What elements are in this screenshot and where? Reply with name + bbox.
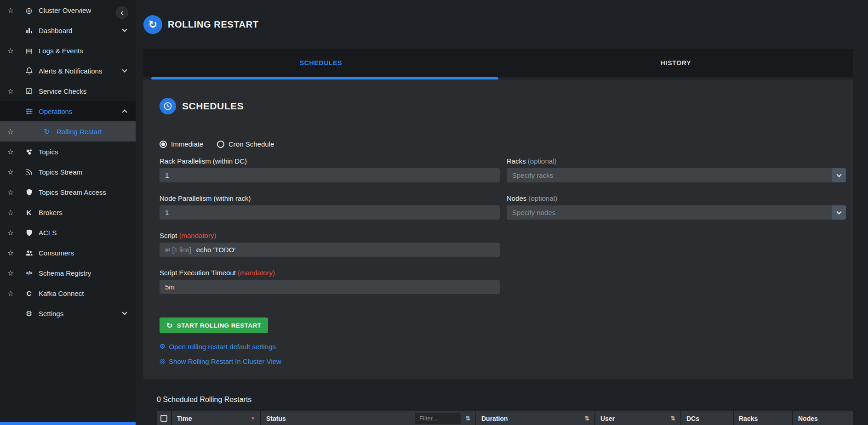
star-icon[interactable]: ☆ — [5, 127, 17, 136]
node-parallelism-input[interactable] — [160, 205, 500, 220]
chevron-down-icon — [836, 209, 841, 214]
radio-cron-schedule[interactable]: Cron Schedule — [217, 140, 274, 148]
column-header-racks: Racks — [734, 411, 792, 425]
form-columns: Rack Parallelism (within DC) Node Parall… — [160, 157, 846, 365]
shield-icon — [23, 229, 35, 237]
optional-flag: (optional) — [528, 157, 557, 165]
sidebar-item-operations[interactable]: Operations — [0, 101, 136, 121]
star-icon[interactable]: ☆ — [5, 87, 17, 96]
select-all-checkbox[interactable] — [160, 415, 167, 422]
sidebar-item-settings[interactable]: ⚙ Settings — [0, 303, 136, 323]
sidebar-item-dashboard[interactable]: Dashboard — [0, 20, 136, 40]
column-header-duration[interactable]: Duration ⇅ — [476, 411, 594, 425]
sidebar-item-consumers[interactable]: ☆ Consumers — [0, 243, 136, 263]
star-icon[interactable]: ☆ — [5, 228, 17, 237]
column-header-status[interactable]: Status ⇅ — [261, 411, 475, 425]
sort-icon[interactable]: ⇅ — [465, 415, 470, 422]
rack-parallelism-field: Rack Parallelism (within DC) — [160, 157, 500, 182]
sidebar-item-label: ACLS — [39, 229, 57, 237]
status-filter-input[interactable] — [415, 413, 461, 424]
sidebar-item-cluster-overview[interactable]: ☆ ◎ Cluster Overview — [0, 0, 136, 20]
start-rolling-restart-button[interactable]: ↻ START ROLLING RESTART — [160, 317, 268, 333]
star-icon[interactable]: ☆ — [5, 46, 17, 55]
scheduled-restarts-section: 0 Scheduled Rolling Restarts Time ▼ Stat… — [157, 396, 853, 425]
sidebar-item-label: Alerts & Notifications — [39, 67, 102, 75]
code-icon: </> — [23, 270, 35, 276]
open-default-settings-link[interactable]: ⚙ Open rolling restart default settings — [160, 342, 276, 351]
rss-icon — [23, 168, 35, 176]
sidebar-item-topics-stream[interactable]: ☆ Topics Stream — [0, 162, 136, 182]
dashboard-icon — [23, 27, 35, 34]
logs-icon: ▤ — [23, 46, 35, 55]
chevron-down-icon — [122, 67, 127, 72]
nodes-select[interactable]: Specify nodes — [507, 205, 846, 220]
sidebar-item-label: Kafka Connect — [39, 289, 84, 297]
target-icon: ◎ — [160, 357, 166, 365]
radio-label: Immediate — [171, 140, 203, 148]
star-icon[interactable]: ☆ — [5, 188, 17, 197]
field-label: Nodes (optional) — [507, 194, 846, 202]
sidebar-item-kafka-connect[interactable]: ☆ C Kafka Connect — [0, 283, 136, 303]
node-parallelism-field: Node Parallelism (within rack) — [160, 194, 500, 220]
sidebar-item-logs-events[interactable]: ☆ ▤ Logs & Events — [0, 40, 136, 61]
sidebar-item-alerts-notifications[interactable]: Alerts & Notifications — [0, 61, 136, 81]
script-input[interactable]: #! [1 line] echo 'TODO' — [160, 243, 500, 257]
app-root: ☆ ◎ Cluster Overview Dashboard ☆ ▤ Logs … — [0, 0, 868, 425]
script-timeout-input[interactable] — [160, 280, 500, 294]
sidebar-item-label: Cluster Overview — [39, 6, 91, 14]
sidebar-item-brokers[interactable]: ☆ K Brokers — [0, 202, 136, 222]
sidebar-item-label: Logs & Events — [39, 47, 83, 55]
sidebar-item-acls[interactable]: ☆ ACLS — [0, 222, 136, 243]
sidebar-item-label: Consumers — [39, 249, 74, 257]
dropdown-button[interactable] — [832, 205, 846, 220]
sidebar-item-topics-stream-access[interactable]: ☆ Topics Stream Access — [0, 182, 136, 202]
sort-icon[interactable]: ⇅ — [584, 415, 589, 422]
section-title: SCHEDULES — [182, 101, 244, 112]
tab-schedules[interactable]: SCHEDULES — [143, 49, 498, 79]
star-icon[interactable]: ☆ — [5, 269, 17, 278]
tab-bar: SCHEDULES HISTORY — [143, 49, 853, 79]
page-title: ROLLING RESTART — [168, 19, 259, 30]
page-header: ↻ ROLLING RESTART — [136, 0, 868, 49]
sidebar-collapse-button[interactable]: ‹ — [116, 6, 128, 19]
racks-select[interactable]: Specify racks — [507, 168, 846, 182]
form-column-right: Racks (optional) Specify racks — [507, 157, 846, 365]
star-icon[interactable]: ☆ — [5, 147, 17, 156]
sidebar-item-rolling-restart[interactable]: ☆ ↻ Rolling Restart — [0, 121, 136, 142]
rolling-restart-icon: ↻ — [41, 127, 53, 136]
script-value: echo 'TODO' — [196, 246, 235, 254]
star-icon[interactable]: ☆ — [5, 249, 17, 257]
radio-selected-icon — [160, 141, 167, 148]
sort-desc-icon[interactable]: ▼ — [251, 416, 255, 421]
sliders-icon — [23, 108, 35, 115]
star-icon[interactable]: ☆ — [5, 208, 17, 217]
sidebar-item-label: Schema Registry — [39, 269, 91, 277]
kafka-connect-icon: C — [23, 289, 35, 297]
star-icon[interactable]: ☆ — [5, 289, 17, 298]
sort-icon[interactable]: ⇅ — [670, 415, 675, 422]
radio-label: Cron Schedule — [228, 140, 274, 148]
sidebar-item-label: Dashboard — [39, 27, 72, 34]
sidebar-item-schema-registry[interactable]: ☆ </> Schema Registry — [0, 263, 136, 283]
field-label: Script (mandatory) — [160, 232, 500, 239]
field-label-text: Script — [160, 232, 177, 239]
show-in-cluster-view-link[interactable]: ◎ Show Rolling Restart In Cluster View — [160, 357, 281, 365]
sidebar-item-topics[interactable]: ☆ Topics — [0, 142, 136, 162]
schedules-panel: SCHEDULES Immediate Cron Schedule — [143, 79, 853, 379]
bell-icon — [23, 67, 35, 75]
column-header-time[interactable]: Time ▼ — [172, 411, 260, 425]
column-label: Duration — [481, 415, 508, 422]
radio-immediate[interactable]: Immediate — [160, 140, 203, 148]
column-label: User — [600, 415, 615, 422]
star-icon[interactable]: ☆ — [5, 168, 17, 176]
tab-history[interactable]: HISTORY — [498, 49, 853, 79]
mandatory-flag: (mandatory) — [179, 232, 217, 239]
column-header-user[interactable]: User ⇅ — [595, 411, 680, 425]
content: SCHEDULES HISTORY SCHEDULES — [136, 49, 868, 425]
star-icon[interactable]: ☆ — [5, 6, 17, 15]
sidebar-item-service-checks[interactable]: ☆ ☑ Service Checks — [0, 81, 136, 101]
dropdown-button[interactable] — [832, 168, 846, 182]
brokers-icon: K — [23, 209, 35, 216]
link-label: Open rolling restart default settings — [169, 343, 276, 351]
rack-parallelism-input[interactable] — [160, 168, 500, 182]
